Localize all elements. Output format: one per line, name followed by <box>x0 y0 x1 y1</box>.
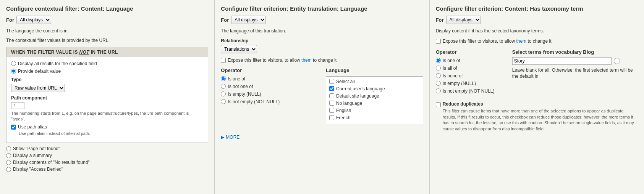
panel3-terms-input-row <box>512 57 638 65</box>
panel2-lang-default-site[interactable]: Default site language <box>329 93 420 99</box>
panel3-expose-row[interactable]: Expose this filter to visitors, to allow… <box>436 38 638 45</box>
panel1-title: Configure contextual filter: Content: La… <box>6 5 208 12</box>
panel1-display-summary[interactable]: Display a summary <box>6 153 208 158</box>
panel1-alias-desc: Use path alias instead of internal path. <box>19 131 203 136</box>
panel2-relationship-label: Relationship <box>221 38 423 43</box>
panel1-use-path-alias-checkbox[interactable] <box>11 125 16 130</box>
panel3-for-select[interactable]: All displays <box>446 16 481 24</box>
panel1-show-page-not-found[interactable]: Show "Page not found" <box>6 146 208 151</box>
panel3-title: Configure filter criterion: Content: Has… <box>436 5 638 12</box>
panel3-desc: Display content if it has the selected t… <box>436 28 638 34</box>
panel3-for-label: For <box>436 17 444 23</box>
panel3-operator-col: Operator Is one of Is all of Is none of … <box>436 49 505 96</box>
panel2-expose-label: Expose this filter to visitors, to allow… <box>228 57 337 64</box>
panel1-type-label: Type <box>11 77 203 82</box>
panel2-for-label: For <box>221 17 229 23</box>
panel2-op-is-not-one-of[interactable]: Is not one of <box>221 84 318 89</box>
panel3-reduce-desc: This filter can cause items that have mo… <box>443 108 638 133</box>
panel2-relationship-select[interactable]: Translations <box>221 45 257 53</box>
panel2-more-link[interactable]: ▶ MORE <box>221 135 423 140</box>
panel2-expose-row[interactable]: Expose this filter to visitors, to allow… <box>221 57 423 64</box>
panel1-path-input[interactable] <box>11 102 24 109</box>
panel1-option-display-all[interactable]: Display all results for the specified fi… <box>11 61 203 66</box>
panel2-language-col: Language Select all Current user's langu… <box>326 67 423 125</box>
panel3-expose-label: Expose this filter to visitors, to allow… <box>443 38 552 45</box>
panel2-language-title: Language <box>326 67 423 73</box>
panel1-display-access-denied[interactable]: Display "Access Denied" <box>6 167 208 172</box>
panel3-op-is-none-of[interactable]: Is none of <box>436 73 505 79</box>
panel2-lang-current-user[interactable]: Current user's language <box>329 86 420 91</box>
panel3-op-is-not-empty[interactable]: Is not empty (NOT NULL) <box>436 88 505 94</box>
panel2-lang-select-all[interactable]: Select all <box>329 79 420 84</box>
panel2-operator-col: Operator Is one of Is not one of Is empt… <box>221 67 318 125</box>
panel3-op-is-one-of[interactable]: Is one of <box>436 58 505 63</box>
panel1-for-label: For <box>6 17 14 23</box>
panel3-terms-desc: Leave blank for all. Otherwise, the firs… <box>512 67 638 80</box>
panel1-when-box: WHEN THE FILTER VALUE IS NOT IN THE URL … <box>6 47 208 143</box>
panel-taxonomy-term: Configure filter criterion: Content: Has… <box>430 0 644 194</box>
panel2-operator-title: Operator <box>221 67 318 73</box>
panel3-op-is-empty[interactable]: Is empty (NULL) <box>436 81 505 86</box>
panel1-type-select[interactable]: Raw value from URL <box>11 84 65 92</box>
panel2-lang-no-language[interactable]: No language <box>329 101 420 106</box>
panel1-path-label: Path component <box>11 95 203 101</box>
panel3-terms-col: Select terms from vocabulary Blog Leave … <box>512 49 638 96</box>
panel3-reduce-dup-row[interactable]: Reduce duplicates This filter can cause … <box>436 101 638 133</box>
panel2-language-box: Select all Current user's language Defau… <box>326 76 423 125</box>
panel1-path-desc: The numbering starts from 1, e.g. on the… <box>11 111 203 122</box>
panel2-divider <box>221 129 423 129</box>
panel3-terms-input[interactable] <box>512 57 612 65</box>
panel1-path-component-section: Path component The numbering starts from… <box>11 95 203 122</box>
panel1-section-title: WHEN THE FILTER VALUE IS NOT IN THE URL <box>6 47 208 57</box>
panel1-type-section: Type Raw value from URL <box>11 77 203 92</box>
panel3-reduce-dup-label: Reduce duplicates <box>443 101 638 107</box>
panel-contextual-filter: Configure contextual filter: Content: La… <box>0 0 215 194</box>
panel3-reduce-dup-checkbox[interactable] <box>436 102 441 107</box>
panel3-reduce-dup-content: Reduce duplicates This filter can cause … <box>443 101 638 133</box>
triangle-right-icon: ▶ <box>221 135 224 140</box>
panel3-operator-title: Operator <box>436 49 505 55</box>
panel1-desc2: The contextual filter values is provided… <box>6 37 208 44</box>
panel2-op-is-one-of[interactable]: Is one of <box>221 76 318 82</box>
panel2-title: Configure filter criterion: Entity trans… <box>221 5 423 12</box>
panel3-terms-circle <box>614 58 620 64</box>
panel1-desc1: The language the content is in. <box>6 28 208 34</box>
panel2-op-is-empty[interactable]: Is empty (NULL) <box>221 91 318 97</box>
panel1-use-path-alias-row[interactable]: Use path alias <box>11 124 203 130</box>
panel1-display-no-results[interactable]: Display contents of "No results found" <box>6 160 208 165</box>
panel1-spinner <box>11 102 203 109</box>
panel-entity-translation: Configure filter criterion: Entity trans… <box>215 0 429 194</box>
panel3-op-is-all-of[interactable]: Is all of <box>436 66 505 71</box>
panel1-use-path-alias-label: Use path alias <box>18 124 47 130</box>
panel2-expose-checkbox[interactable] <box>221 58 226 63</box>
panel1-for-select[interactable]: All displays <box>16 16 51 24</box>
panel2-op-is-not-empty[interactable]: Is not empty (NOT NULL) <box>221 99 318 104</box>
panel2-lang-english[interactable]: English <box>329 108 420 113</box>
panel3-terms-title: Select terms from vocabulary Blog <box>512 49 638 55</box>
panel2-for-select[interactable]: All displays <box>231 16 266 24</box>
panel2-desc: The language of this translation. <box>221 28 423 34</box>
panel1-option-provide-default[interactable]: Provide default value <box>11 69 203 74</box>
panel1-show-options: Show "Page not found" Display a summary … <box>6 146 208 172</box>
panel3-expose-checkbox[interactable] <box>436 39 441 44</box>
panel2-operator-language: Operator Is one of Is not one of Is empt… <box>221 67 423 125</box>
panel2-lang-french[interactable]: French <box>329 115 420 120</box>
panel3-operator-terms: Operator Is one of Is all of Is none of … <box>436 49 638 96</box>
